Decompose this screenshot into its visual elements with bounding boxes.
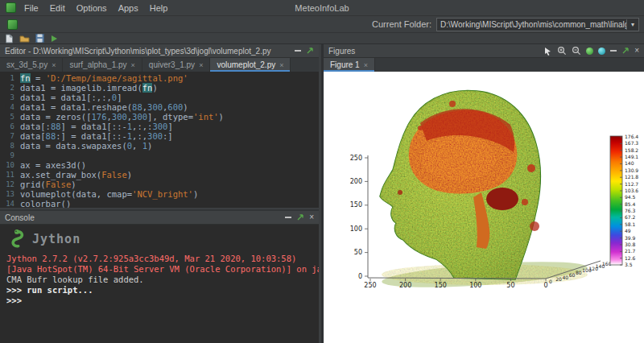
svg-text:94.5: 94.5 <box>625 194 636 200</box>
meteoinfolab-window: MeteoInfoLab FileEditOptionsAppsHelp Cur… <box>0 0 644 343</box>
figures-titlebar: Figures × <box>324 44 644 58</box>
code-line: 7data[88:] = data1[::-1,:,300:] <box>0 131 319 141</box>
console-line: >>> <box>6 295 312 306</box>
svg-text:76.3: 76.3 <box>625 208 636 213</box>
tab-close-icon[interactable]: × <box>279 61 283 69</box>
svg-text:50: 50 <box>506 282 514 289</box>
code-line: 3data1 = data1[:,:,0] <box>0 93 319 102</box>
menu-help[interactable]: Help <box>144 2 174 14</box>
console-titlebar: Console × <box>0 211 319 225</box>
menu-apps[interactable]: Apps <box>113 2 144 14</box>
code-line: 13volumeplot(data, cmap='NCV_bright') <box>0 189 319 199</box>
close-icon[interactable]: × <box>634 47 639 55</box>
svg-text:121.8: 121.8 <box>625 174 638 180</box>
figure-canvas[interactable]: 0501001502002502502001501005000204060801… <box>324 72 644 343</box>
code-line: 5data = zeros([176,300,300], dtype='int'… <box>0 112 319 122</box>
console-line: >>> run script... <box>6 285 312 295</box>
svg-text:250: 250 <box>350 155 362 162</box>
code-line: 12grid(False) <box>0 180 319 189</box>
svg-text:150: 150 <box>435 282 447 289</box>
svg-text:149.1: 149.1 <box>625 154 638 159</box>
svg-text:200: 200 <box>350 178 362 185</box>
svg-text:140: 140 <box>625 160 634 166</box>
minimize-icon[interactable] <box>285 217 291 218</box>
line-number: 6 <box>0 122 20 131</box>
console-line: Jython 2.7.2 (v2.7.2:925a3cc3b49d, Mar 2… <box>6 254 312 264</box>
svg-text:200: 200 <box>399 282 411 289</box>
svg-text:21.7: 21.7 <box>625 248 636 254</box>
tab-close-icon[interactable]: × <box>131 61 135 69</box>
svg-text:103.6: 103.6 <box>625 188 638 193</box>
dropdown-arrow-icon[interactable]: ▾ <box>626 19 638 30</box>
svg-text:50: 50 <box>354 249 362 256</box>
svg-text:0: 0 <box>358 273 362 280</box>
editor-tab-volumeplot_2.py[interactable]: volumeplot_2.py× <box>210 58 291 72</box>
new-script-icon[interactable] <box>5 34 14 43</box>
close-icon[interactable]: × <box>309 213 314 221</box>
figures-title: Figures <box>328 47 355 56</box>
green-sphere-icon[interactable] <box>586 48 593 55</box>
code-line: 11ax.set_draw_box(False) <box>0 170 319 180</box>
colorbar: 176.4167.3158.2149.1140130.9121.8112.710… <box>610 134 638 267</box>
pointer-icon[interactable] <box>543 46 552 56</box>
tab-close-icon[interactable]: × <box>364 61 368 69</box>
menu-file[interactable]: File <box>19 2 44 14</box>
current-folder-label: Current Folder: <box>372 19 431 29</box>
minimize-icon[interactable] <box>295 50 301 52</box>
save-icon[interactable] <box>35 34 44 43</box>
code-line: 8data = data.swapaxes(0, 1) <box>0 141 319 151</box>
line-number: 4 <box>0 102 20 112</box>
float-panel-icon[interactable] <box>306 46 314 56</box>
svg-text:158.2: 158.2 <box>625 147 638 153</box>
console-output[interactable]: Jython Jython 2.7.2 (v2.7.2:925a3cc3b49d… <box>0 225 319 343</box>
folder-bar: Current Folder: D:\Working\MIScript\Jyth… <box>0 16 644 33</box>
editor-tabbar: sx_3d_5.py×surf_alpha_1.py×quiver3_1.py×… <box>0 58 319 72</box>
open-folder-icon[interactable] <box>19 34 30 43</box>
zoom-out-icon[interactable] <box>572 46 581 56</box>
line-number: 3 <box>0 93 20 102</box>
svg-text:60: 60 <box>569 272 576 278</box>
tab-label: sx_3d_5.py <box>6 60 47 69</box>
tab-label: volumeplot_2.py <box>217 60 275 69</box>
tab-close-icon[interactable]: × <box>199 61 203 69</box>
tab-close-icon[interactable]: × <box>52 61 56 69</box>
jython-logo-text: Jython <box>32 232 80 246</box>
float-panel-icon[interactable] <box>621 46 630 56</box>
figure-tab[interactable]: Figure 1 × <box>324 58 375 72</box>
svg-text:250: 250 <box>364 282 376 289</box>
figure-tab-label: Figure 1 <box>330 60 360 69</box>
svg-text:130.9: 130.9 <box>625 167 638 173</box>
line-number: 14 <box>0 199 20 208</box>
run-script-icon[interactable] <box>50 34 58 43</box>
current-folder-select[interactable]: D:\Working\MIScript\Jython\mis\common_ma… <box>436 18 639 31</box>
code-editor[interactable]: 1fn = 'D:/Temp/image/sagittal.png'2data1… <box>0 72 319 208</box>
line-number: 13 <box>0 189 20 199</box>
editor-tab-surf_alpha_1.py[interactable]: surf_alpha_1.py× <box>63 58 142 72</box>
console-panel: Console × Jython Jython 2.7.2 (v2. <box>0 209 319 343</box>
code-line: 6data[:88] = data1[::-1,:,:300] <box>0 122 319 131</box>
minimize-icon[interactable] <box>610 50 617 52</box>
line-number: 5 <box>0 112 20 122</box>
svg-text:67.2: 67.2 <box>625 214 636 220</box>
menu-options[interactable]: Options <box>71 2 113 14</box>
float-panel-icon[interactable] <box>296 213 304 222</box>
tab-label: surf_alpha_1.py <box>69 60 126 69</box>
svg-text:12.6: 12.6 <box>625 255 636 261</box>
editor-tab-quiver3_1.py[interactable]: quiver3_1.py× <box>142 58 211 72</box>
zoom-in-icon[interactable] <box>557 46 567 56</box>
svg-text:0: 0 <box>543 282 547 289</box>
current-folder-value: D:\Working\MIScript\Jython\mis\common_ma… <box>437 20 626 29</box>
head-volume <box>372 83 553 284</box>
svg-text:100: 100 <box>469 282 481 289</box>
line-number: 8 <box>0 141 20 151</box>
menu-edit[interactable]: Edit <box>44 2 71 14</box>
console-line: [Java HotSpot(TM) 64-Bit Server VM (Orac… <box>6 264 312 275</box>
figures-panel: Figures × Figure 1 × <box>321 44 644 343</box>
code-line: 14colorbar() <box>0 199 319 208</box>
svg-text:100: 100 <box>350 225 362 233</box>
svg-text:150: 150 <box>350 201 362 209</box>
cyan-sphere-icon[interactable] <box>598 48 605 55</box>
editor-tab-sx_3d_5.py[interactable]: sx_3d_5.py× <box>0 58 63 72</box>
left-split: Editor - D:\Working\MIScript\Jython\mis\… <box>0 44 319 343</box>
svg-text:3.5: 3.5 <box>625 262 633 267</box>
